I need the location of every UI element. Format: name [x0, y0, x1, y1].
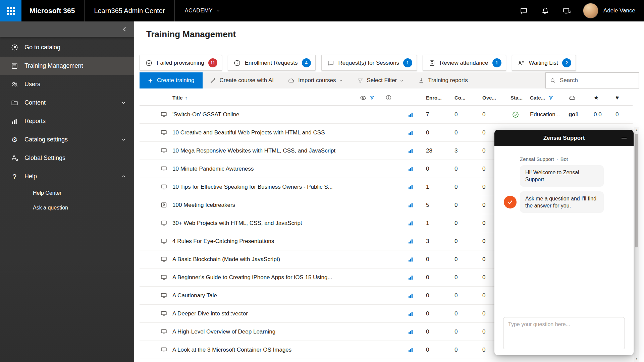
sidebar-item-reports[interactable]: Reports [0, 112, 134, 130]
column-title[interactable]: Title ↑ [170, 90, 358, 105]
bot-avatar [504, 196, 517, 208]
chat-topbar-button[interactable] [513, 0, 535, 21]
chat-sender-meta: Zensai Support · Bot [520, 156, 625, 162]
course-title[interactable]: A Cautionary Tale [170, 287, 358, 304]
enrollment-stats-icon[interactable] [408, 130, 414, 136]
column-overdue[interactable]: Ove... [478, 90, 506, 105]
course-title[interactable]: A High-Level Overview of Deep Learning [170, 323, 358, 341]
bell-icon [541, 7, 549, 15]
completed-count: 0 [450, 287, 478, 304]
enrollment-stats-icon[interactable] [408, 112, 414, 118]
chat-minimize-button[interactable] [619, 130, 629, 146]
stats-cell [399, 142, 421, 160]
sidebar-item-global-settings[interactable]: Global Settings [0, 149, 134, 167]
enrollment-stats-icon[interactable] [408, 311, 414, 317]
filter-icon[interactable] [369, 95, 375, 101]
search-input[interactable] [559, 77, 635, 84]
app-launcher-button[interactable] [0, 0, 21, 21]
failed-provisioning-button[interactable]: Failed provisioning 11 [140, 55, 222, 71]
tenant-selector[interactable]: ACADEMY [175, 8, 225, 14]
enrollment-stats-icon[interactable] [408, 220, 414, 226]
folder-icon [10, 99, 18, 107]
sidebar-item-users[interactable]: Users [0, 75, 134, 94]
stats-cell [399, 287, 421, 304]
notification-label: Enrollment Requests [245, 60, 298, 66]
info-icon[interactable] [385, 95, 392, 101]
sidebar-item-content[interactable]: Content [0, 94, 134, 112]
enrollment-stats-icon[interactable] [408, 256, 414, 262]
visibility-column [358, 90, 378, 105]
stats-cell [399, 124, 421, 141]
column-category[interactable]: Cate... [525, 90, 564, 105]
sidebar-item-catalog-settings[interactable]: ⚙ Catalog settings [0, 130, 134, 149]
course-title[interactable]: 10 Tips for Effective Speaking for Busin… [170, 178, 358, 196]
import-courses-button[interactable]: Import courses [281, 72, 350, 88]
info-cell [378, 160, 399, 178]
sidebar-subitem-help-center[interactable]: Help Center [0, 186, 134, 200]
course-title[interactable]: 10 Mega Responsive Websites with HTML, C… [170, 142, 358, 160]
enrollment-stats-icon[interactable] [408, 293, 414, 299]
column-enrolled[interactable]: Enro... [421, 90, 450, 105]
eye-icon[interactable] [360, 94, 367, 102]
sidebar-item-go-to-catalog[interactable]: Go to catalog [0, 38, 134, 57]
enrollment-stats-icon[interactable] [408, 148, 414, 154]
sidebar-item-training-management[interactable]: Training Management [0, 57, 134, 75]
enrollment-stats-icon[interactable] [408, 238, 414, 244]
select-filter-button[interactable]: Select Filter [350, 72, 411, 88]
create-course-with-ai-button[interactable]: Create course with AI [203, 72, 281, 88]
filter-icon [357, 77, 364, 84]
scroll-up-arrow[interactable]: ▲ [634, 127, 639, 133]
course-title[interactable]: 4 Rules For Eye-Catching Presentations [170, 232, 358, 250]
users-icon [10, 80, 18, 88]
download-icon [418, 77, 425, 84]
enrollment-stats-icon[interactable] [408, 166, 414, 172]
plus-icon [148, 78, 153, 83]
vertical-scrollbar[interactable]: ▲ ▼ [634, 127, 639, 362]
waiting-list-button[interactable]: Waiting List 2 [512, 55, 576, 71]
enrollment-requests-button[interactable]: Enrollment Requests 4 [228, 55, 316, 71]
review-attendance-button[interactable]: Review attendance 1 [423, 55, 506, 71]
collapse-sidebar-button[interactable] [121, 26, 128, 33]
category-filter-icon[interactable] [548, 95, 554, 101]
session-requests-button[interactable]: Request(s) for Sessions 1 [321, 55, 417, 71]
course-title[interactable]: 'Switch-On' GSSAT Online [170, 106, 358, 123]
enrollment-stats-icon[interactable] [408, 275, 414, 281]
chevron-left-icon [121, 26, 128, 33]
cloud-import-icon [288, 77, 295, 84]
sidebar-subitem-ask-a-question[interactable]: Ask a question [0, 200, 134, 215]
enrollment-stats-icon[interactable] [408, 184, 414, 190]
enrollment-stats-icon[interactable] [408, 202, 414, 208]
course-title[interactable]: A Look at the 3 Microsoft Container OS I… [170, 341, 358, 359]
course-title[interactable]: 10 Creative and Beautiful Web Projects w… [170, 124, 358, 141]
create-training-button[interactable]: Create training [140, 72, 203, 88]
tenant-name: ACADEMY [185, 8, 213, 14]
table-row[interactable]: 'Switch-On' GSSAT Online 7 0 0 Education… [140, 106, 633, 124]
column-completed[interactable]: Co... [450, 90, 478, 105]
global-settings-icon [10, 154, 18, 162]
sidebar-item-help[interactable]: ? Help [0, 167, 134, 186]
enrolled-count: 7 [421, 106, 450, 123]
row-type-cell [140, 305, 170, 322]
notifications-button[interactable] [535, 0, 556, 21]
sidebar-item-label: Users [24, 81, 40, 88]
course-title[interactable]: A Beginner's Guide to Creating iPhone Ap… [170, 268, 358, 286]
account-menu[interactable]: Adele Vance [578, 3, 644, 18]
column-status[interactable]: Sta... [506, 90, 525, 105]
bar-chart-icon [10, 118, 18, 125]
course-screen-icon [160, 147, 167, 154]
enrollment-stats-icon[interactable] [408, 347, 414, 353]
enrollment-stats-icon[interactable] [408, 329, 414, 335]
user-name: Adele Vance [603, 7, 635, 14]
row-type-cell [140, 106, 170, 123]
scrollbar-thumb[interactable] [635, 134, 638, 247]
visibility-cell [358, 341, 378, 359]
course-title[interactable]: 30+ Web Projects with HTML, CSS, and Jav… [170, 214, 358, 232]
training-reports-button[interactable]: Training reports [411, 72, 475, 88]
course-title[interactable]: A Basic Blockchain (Made with JavaScript… [170, 250, 358, 268]
course-title[interactable]: A Deeper Dive into std::vector [170, 305, 358, 322]
chat-input[interactable] [503, 317, 625, 349]
feedback-button[interactable] [556, 0, 578, 21]
course-title[interactable]: 100 Meeting Icebreakers [170, 196, 358, 214]
scroll-down-arrow[interactable]: ▼ [634, 356, 639, 361]
course-title[interactable]: 10 Minute Pandemic Awareness [170, 160, 358, 178]
